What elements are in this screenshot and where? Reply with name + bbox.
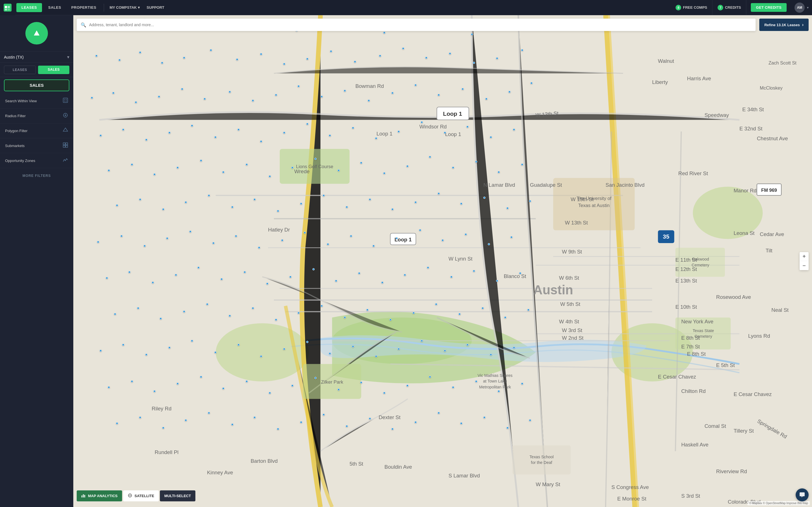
map-dot[interactable] <box>360 162 362 164</box>
map-dot[interactable] <box>200 159 202 162</box>
map-dot[interactable] <box>375 137 377 139</box>
map-dot[interactable] <box>277 210 279 212</box>
map-dot[interactable] <box>314 158 317 160</box>
map-dot[interactable] <box>260 140 262 143</box>
filter-radius[interactable]: Radius Filter <box>0 108 73 123</box>
map-dot[interactable] <box>402 47 404 50</box>
map-dot[interactable] <box>122 128 124 131</box>
map-dot[interactable] <box>166 237 168 239</box>
filter-polygon[interactable]: Polygon Filter <box>0 123 73 138</box>
map-dot[interactable] <box>135 101 137 103</box>
map-dot[interactable] <box>260 53 262 55</box>
map-dot[interactable] <box>161 62 163 64</box>
map-dot[interactable] <box>330 50 332 52</box>
map-dot[interactable] <box>191 124 193 127</box>
filter-opportunity-zones[interactable]: Opportunity Zones <box>0 153 73 168</box>
map-dot[interactable] <box>139 198 141 201</box>
map-dot[interactable] <box>383 32 386 34</box>
map-dot[interactable] <box>235 235 237 237</box>
map-dot[interactable] <box>338 169 340 172</box>
map-dot[interactable] <box>100 134 102 136</box>
map-dot[interactable] <box>329 134 331 136</box>
map-dot[interactable] <box>212 242 214 244</box>
map-dot[interactable] <box>185 201 187 203</box>
map-dot[interactable] <box>391 92 394 94</box>
map-dot[interactable] <box>108 169 110 172</box>
more-filters-button[interactable]: MORE FILTERS <box>0 168 73 183</box>
map-dot[interactable] <box>291 166 294 169</box>
map-dot[interactable] <box>222 171 224 173</box>
map-dot[interactable] <box>214 136 216 138</box>
map-dot[interactable] <box>131 163 133 166</box>
map-dot[interactable] <box>304 231 306 234</box>
map-dot[interactable] <box>281 239 283 241</box>
map-dot[interactable] <box>269 175 271 177</box>
tab-leases[interactable]: LEASES <box>4 66 36 74</box>
map-dot[interactable] <box>396 237 398 239</box>
map-container[interactable]: Loop 1 <box>73 15 406 253</box>
location-selector[interactable] <box>0 15 73 52</box>
map-dot[interactable] <box>210 49 212 51</box>
map-dot[interactable] <box>379 55 381 57</box>
map-dot[interactable] <box>252 100 254 102</box>
tab-sales[interactable]: SALES <box>38 66 69 74</box>
map-dot[interactable] <box>181 88 183 90</box>
map-dot[interactable] <box>168 131 170 134</box>
map-dot[interactable] <box>120 235 123 237</box>
map-dot[interactable] <box>352 127 354 129</box>
map-search-bar[interactable]: 🔍 <box>77 18 406 31</box>
map-dot[interactable] <box>95 55 98 57</box>
map-dot[interactable] <box>283 63 285 65</box>
map-dot[interactable] <box>372 245 375 247</box>
map-dot[interactable] <box>297 85 300 87</box>
nav-my-compstak[interactable]: MY COMPSTAK ▾ <box>106 5 143 10</box>
filter-search-within-view[interactable]: Search Within View <box>0 94 73 108</box>
map-dot[interactable] <box>158 96 160 98</box>
map-dot[interactable] <box>145 138 147 141</box>
map-dot[interactable] <box>246 163 248 166</box>
map-dot[interactable] <box>369 198 371 201</box>
map-dot[interactable] <box>236 58 238 61</box>
nav-support[interactable]: SUPPORT <box>143 5 168 10</box>
map-dot[interactable] <box>238 128 240 131</box>
map-dot[interactable] <box>398 130 400 133</box>
map-dot[interactable] <box>118 59 121 61</box>
map-dot[interactable] <box>275 94 277 96</box>
logo[interactable] <box>0 0 15 15</box>
location-up-arrow[interactable] <box>26 22 48 45</box>
map-dot[interactable] <box>346 206 348 208</box>
map-dot[interactable] <box>322 194 325 196</box>
map-dot[interactable] <box>231 206 234 208</box>
nav-leases[interactable]: LEASES <box>16 3 42 12</box>
map-dot[interactable] <box>253 198 256 201</box>
map-dot[interactable] <box>144 245 146 247</box>
map-dot[interactable] <box>344 90 346 92</box>
map-dot[interactable] <box>208 194 210 196</box>
filter-submarkets[interactable]: Submarkets <box>0 138 73 153</box>
map-dot[interactable] <box>391 208 394 210</box>
map-dot[interactable] <box>162 208 164 210</box>
map-dot[interactable] <box>97 241 99 243</box>
map-dot[interactable] <box>91 97 93 99</box>
map-dot[interactable] <box>183 57 185 59</box>
location-label-row[interactable]: Austin (TX) ▾ <box>0 52 73 63</box>
map-dot[interactable] <box>283 131 285 134</box>
map-dot[interactable] <box>354 61 356 63</box>
map-dot[interactable] <box>350 235 352 237</box>
search-input[interactable] <box>89 22 406 27</box>
map-dot[interactable] <box>327 243 329 245</box>
map-dot[interactable] <box>153 173 156 175</box>
map-dot[interactable] <box>306 58 308 60</box>
map-dot[interactable] <box>258 246 260 249</box>
map-dot[interactable] <box>383 172 386 174</box>
map-dot[interactable] <box>116 204 118 207</box>
map-dot[interactable] <box>306 123 308 125</box>
map-dot[interactable] <box>300 203 302 205</box>
map-dot[interactable] <box>139 51 141 54</box>
map-dot[interactable] <box>320 96 323 98</box>
map-dot[interactable] <box>176 166 179 169</box>
map-dot[interactable] <box>229 91 231 93</box>
map-dot[interactable] <box>189 230 192 233</box>
nav-properties[interactable]: PROPERTIES <box>66 0 101 15</box>
map-dot[interactable] <box>368 100 370 102</box>
